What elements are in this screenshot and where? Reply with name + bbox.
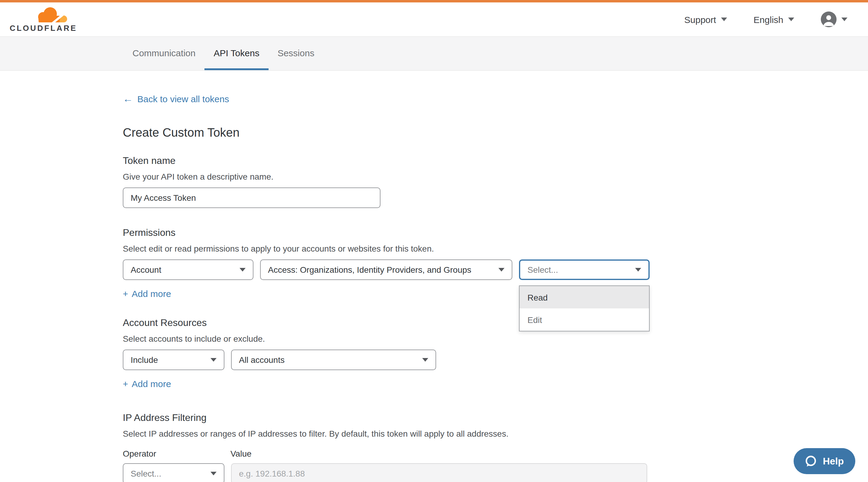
operator-label: Operator bbox=[123, 449, 230, 458]
permissions-description: Select edit or read permissions to apply… bbox=[123, 244, 868, 253]
support-label: Support bbox=[684, 14, 716, 25]
permissions-add-more-link[interactable]: + Add more bbox=[123, 288, 171, 299]
account-resources-section: Account Resources Select accounts to inc… bbox=[123, 318, 868, 389]
cloudflare-logo[interactable]: CLOUDFLARE bbox=[10, 6, 77, 32]
permission-level-select-wrap: Select... Read Edit bbox=[519, 259, 650, 280]
chevron-down-icon bbox=[635, 268, 641, 271]
menu-option-label: Edit bbox=[527, 315, 542, 324]
ip-filtering-section: IP Address Filtering Select IP addresses… bbox=[123, 413, 868, 482]
language-menu[interactable]: English bbox=[754, 14, 794, 25]
cloudflare-cloud-icon bbox=[35, 6, 68, 23]
permission-group-select[interactable]: Access: Organizations, Identity Provider… bbox=[260, 259, 512, 280]
user-avatar-icon bbox=[821, 11, 837, 27]
resources-add-more-link[interactable]: + Add more bbox=[123, 379, 171, 389]
add-more-label: Add more bbox=[132, 379, 171, 389]
permissions-row: Account Access: Organizations, Identity … bbox=[123, 259, 868, 280]
account-resources-row: Include All accounts bbox=[123, 350, 868, 370]
permissions-section: Permissions Select edit or read permissi… bbox=[123, 227, 868, 299]
header: CLOUDFLARE Support English bbox=[0, 2, 868, 36]
plus-icon: + bbox=[123, 379, 128, 389]
operator-placeholder: Select... bbox=[131, 469, 161, 478]
chevron-down-icon bbox=[721, 18, 727, 21]
help-button-label: Help bbox=[823, 456, 844, 467]
chevron-down-icon bbox=[788, 18, 794, 21]
tab-sessions[interactable]: Sessions bbox=[269, 37, 323, 70]
page-title: Create Custom Token bbox=[123, 126, 868, 140]
back-arrow-icon: ← bbox=[123, 94, 133, 104]
permission-group-value: Access: Organizations, Identity Provider… bbox=[268, 265, 471, 275]
ip-value-input[interactable] bbox=[231, 463, 647, 482]
account-resources-heading: Account Resources bbox=[123, 318, 868, 328]
chevron-down-icon bbox=[422, 358, 428, 362]
value-label: Value bbox=[230, 449, 252, 458]
resources-mode-value: Include bbox=[131, 355, 158, 365]
top-accent-bar bbox=[0, 0, 868, 2]
page: CLOUDFLARE Support English bbox=[0, 0, 868, 482]
resources-scope-select[interactable]: All accounts bbox=[231, 350, 436, 370]
support-menu[interactable]: Support bbox=[684, 14, 727, 25]
back-to-tokens-link[interactable]: ← Back to view all tokens bbox=[123, 94, 229, 104]
permission-level-placeholder: Select... bbox=[527, 265, 558, 275]
ip-filtering-labels: Operator Value bbox=[123, 449, 868, 458]
help-button[interactable]: Help bbox=[794, 448, 855, 474]
operator-select[interactable]: Select... bbox=[123, 463, 224, 482]
resources-scope-value: All accounts bbox=[239, 355, 285, 365]
token-name-input[interactable] bbox=[123, 188, 380, 208]
permissions-heading: Permissions bbox=[123, 227, 868, 238]
header-nav: Support English bbox=[684, 11, 848, 27]
menu-option-edit[interactable]: Edit bbox=[520, 309, 649, 331]
cloudflare-wordmark: CLOUDFLARE bbox=[10, 23, 77, 32]
language-label: English bbox=[754, 14, 783, 25]
chevron-down-icon bbox=[211, 358, 217, 362]
permission-level-select[interactable]: Select... bbox=[519, 259, 650, 280]
permission-level-menu: Read Edit bbox=[519, 285, 650, 331]
menu-option-read[interactable]: Read bbox=[520, 286, 649, 309]
account-menu[interactable] bbox=[821, 11, 847, 27]
tab-communication[interactable]: Communication bbox=[123, 37, 205, 70]
menu-option-label: Read bbox=[527, 292, 548, 302]
token-name-heading: Token name bbox=[123, 155, 868, 166]
back-link-label: Back to view all tokens bbox=[137, 94, 229, 104]
account-resources-description: Select accounts to include or exclude. bbox=[123, 334, 868, 344]
add-more-label: Add more bbox=[132, 288, 171, 299]
token-name-section: Token name Give your API token a descrip… bbox=[123, 155, 868, 208]
ip-filtering-description: Select IP addresses or ranges of IP addr… bbox=[123, 429, 868, 439]
chat-bubble-icon bbox=[804, 454, 817, 468]
resources-mode-select[interactable]: Include bbox=[123, 350, 224, 370]
permission-scope-value: Account bbox=[131, 265, 161, 275]
tab-label: API Tokens bbox=[214, 47, 259, 58]
tab-bar: Communication API Tokens Sessions bbox=[0, 36, 868, 71]
ip-filtering-heading: IP Address Filtering bbox=[123, 413, 868, 423]
ip-filtering-row: Select... bbox=[123, 463, 868, 482]
chevron-down-icon bbox=[498, 268, 504, 271]
tab-api-tokens[interactable]: API Tokens bbox=[205, 37, 268, 70]
chevron-down-icon bbox=[211, 472, 217, 475]
chevron-down-icon bbox=[841, 18, 847, 21]
tab-label: Communication bbox=[132, 47, 195, 58]
token-name-description: Give your API token a descriptive name. bbox=[123, 172, 868, 182]
permission-scope-select[interactable]: Account bbox=[123, 259, 253, 280]
main-content: ← Back to view all tokens Create Custom … bbox=[0, 71, 868, 482]
tab-label: Sessions bbox=[278, 47, 314, 58]
chevron-down-icon bbox=[240, 268, 246, 271]
plus-icon: + bbox=[123, 288, 128, 299]
